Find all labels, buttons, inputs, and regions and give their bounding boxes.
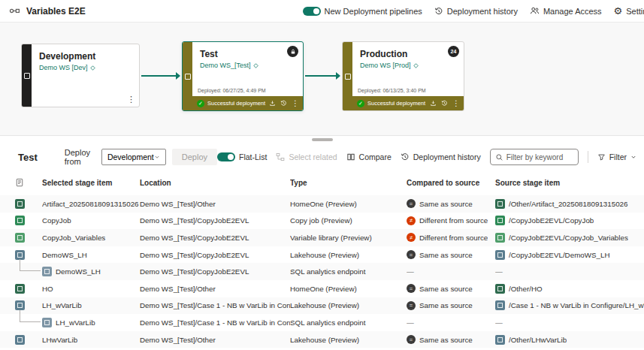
more-icon[interactable] xyxy=(127,95,135,104)
stage-item-type: HomeOne (Preview) xyxy=(290,280,407,297)
source-item-label: /CopyJobE2EVL/DemoWS_LH xyxy=(509,251,610,259)
stage-workspace-label: Demo WS_[Test] xyxy=(200,62,251,69)
item-count-badge: 24 xyxy=(448,46,459,57)
stage-card-test[interactable]: Test Demo WS_[Test] Deployed: 06/27/25, … xyxy=(182,41,304,111)
item-type-column-icon xyxy=(15,178,24,187)
stage-title: Production xyxy=(360,49,456,59)
table-row[interactable]: CopyJob_Variables Demo WS_[Test]/CopyJob… xyxy=(0,229,644,246)
stage-item-name: LHwVarLib xyxy=(42,331,140,348)
source-item-label: — xyxy=(495,314,644,331)
stage-item-type: Lakehouse (Preview) xyxy=(290,331,407,348)
deployed-timestamp: Deployed: 06/13/25, 3:40 PM xyxy=(358,88,426,93)
stage-item-type: Lakehouse (Preview) xyxy=(290,297,407,315)
stage-item-type: Variable library (Preview) xyxy=(290,229,407,246)
more-icon[interactable] xyxy=(292,100,299,107)
filter-button[interactable]: Filter xyxy=(597,152,636,161)
clock-history-icon xyxy=(401,152,410,161)
history-icon[interactable] xyxy=(441,100,448,107)
source-item-label: — xyxy=(495,263,644,280)
deployment-status-bar: Successful deployment xyxy=(183,96,303,110)
stage-item-name: LH_wVarLib xyxy=(42,297,140,315)
more-icon[interactable] xyxy=(452,100,460,107)
copyjob-icon xyxy=(495,216,505,225)
stage-item-location: Demo WS_[Test]/CopyJobE2EVL xyxy=(140,229,290,246)
stage-item-name: HO xyxy=(42,280,140,297)
manage-access-button[interactable]: Manage Access xyxy=(530,6,602,16)
flat-list-toggle[interactable]: Flat-List xyxy=(217,152,267,161)
deployment-history-button[interactable]: Deployment history xyxy=(401,152,481,161)
stage-item-location: Demo WS_[Test]/CopyJobE2EVL xyxy=(140,246,290,264)
column-header-compared[interactable]: Compared to source xyxy=(407,170,495,195)
compared-label: Different from source xyxy=(419,216,488,225)
splitter-drag-handle[interactable] xyxy=(312,138,333,141)
stage-toolbar: Test Deploy from Development Deploy Flat… xyxy=(0,144,644,170)
compare-columns-icon xyxy=(346,152,355,161)
deploy-icon[interactable] xyxy=(269,100,276,107)
stage-card-development[interactable]: Development Demo WS [Dev] xyxy=(21,44,140,107)
deploy-arrow-test-to-prod xyxy=(305,75,336,77)
column-header-source[interactable]: Source stage item xyxy=(495,170,644,195)
stage-item-name: CopyJob_Variables xyxy=(42,229,140,246)
table-row-child[interactable]: LH_wVarLib Demo WS_[Test]/Case 1 - NB w … xyxy=(0,314,644,331)
stage-item-type: Lakehouse (Preview) xyxy=(290,246,407,264)
source-item-label: /Other/HO xyxy=(509,285,543,293)
table-row[interactable]: HO Demo WS_[Test]/Other HomeOne (Preview… xyxy=(0,280,644,297)
clock-history-icon xyxy=(434,7,443,16)
table-row-child[interactable]: DemoWS_LH Demo WS_[Test]/CopyJobE2EVL SQ… xyxy=(0,263,644,280)
search-icon xyxy=(495,153,503,161)
chevron-down-icon xyxy=(154,154,160,160)
toggle-on-icon[interactable] xyxy=(217,152,235,161)
settings-button[interactable]: Settings xyxy=(614,6,644,16)
toggle-on-icon[interactable] xyxy=(303,7,321,16)
table-header-row: Selected stage item Location Type Compar… xyxy=(0,170,644,195)
filter-keyword-input[interactable] xyxy=(506,153,573,161)
compared-label: Same as source xyxy=(419,200,473,208)
new-pipelines-toggle[interactable]: New Deployment pipelines xyxy=(303,7,422,16)
variable-library-icon xyxy=(495,233,505,243)
compared-label: Same as source xyxy=(419,251,473,259)
settings-label: Settings xyxy=(626,7,644,16)
keyword-search-box[interactable] xyxy=(490,149,579,165)
stage-color-bar-icon xyxy=(22,44,32,107)
stage-item-location: Demo WS_[Test]/Case 1 - NB w VarLib in C… xyxy=(140,297,290,315)
table-row[interactable]: CopyJob Demo WS_[Test]/CopyJobE2EVL Copy… xyxy=(0,213,644,230)
deploy-from-dropdown[interactable]: Development xyxy=(101,149,166,165)
copyjob-icon xyxy=(15,216,25,225)
workspace-diamond-icon xyxy=(253,63,259,68)
deploy-icon[interactable] xyxy=(430,100,437,107)
column-header-name[interactable]: Selected stage item xyxy=(42,170,140,195)
compare-button[interactable]: Compare xyxy=(346,152,392,161)
table-row[interactable]: LHwVarLib Demo WS_[Test]/Other Lakehouse… xyxy=(0,331,644,348)
compared-label: — xyxy=(407,314,495,331)
toolbar-divider xyxy=(588,151,588,163)
deployment-status-bar: Successful deployment xyxy=(343,96,464,110)
stage-item-name: Artifact_20250818091315026 xyxy=(42,195,140,213)
flat-list-label: Flat-List xyxy=(239,152,267,161)
variable-library-icon xyxy=(15,233,25,243)
deployed-timestamp: Deployed: 06/27/25, 4:49 PM xyxy=(198,88,266,93)
select-related-label: Select related xyxy=(289,152,337,161)
stage-item-location: Demo WS_[Test]/Other xyxy=(140,195,290,213)
table-body: Artifact_20250818091315026 Demo WS_[Test… xyxy=(0,195,644,348)
deployment-history-button[interactable]: Deployment history xyxy=(434,7,518,16)
same-as-source-icon xyxy=(407,250,416,259)
stage-card-production[interactable]: 24 Production Demo WS [Prod] Deployed: 0… xyxy=(342,41,464,111)
compared-label: Different from source xyxy=(419,234,488,242)
workspace-diamond-icon xyxy=(413,63,419,68)
table-row[interactable]: LH_wVarLib Demo WS_[Test]/Case 1 - NB w … xyxy=(0,297,644,315)
column-header-location[interactable]: Location xyxy=(140,170,290,195)
stage-item-type: Copy job (Preview) xyxy=(290,213,407,230)
manage-access-label: Manage Access xyxy=(543,7,602,16)
stage-item-location: Demo WS_[Test]/Other xyxy=(140,331,290,348)
history-icon[interactable] xyxy=(280,100,287,107)
select-related-button[interactable]: Select related xyxy=(276,152,337,161)
selected-stage-title: Test xyxy=(18,152,38,163)
homeone-icon xyxy=(495,199,505,209)
compared-label: Same as source xyxy=(419,301,473,309)
table-row[interactable]: DemoWS_LH Demo WS_[Test]/CopyJobE2EVL La… xyxy=(0,246,644,264)
page-title: Variables E2E xyxy=(26,6,86,17)
table-row[interactable]: Artifact_20250818091315026 Demo WS_[Test… xyxy=(0,195,644,213)
deploy-button[interactable]: Deploy xyxy=(172,149,217,165)
column-header-type[interactable]: Type xyxy=(290,170,407,195)
deploy-from-value: Development xyxy=(107,152,154,161)
